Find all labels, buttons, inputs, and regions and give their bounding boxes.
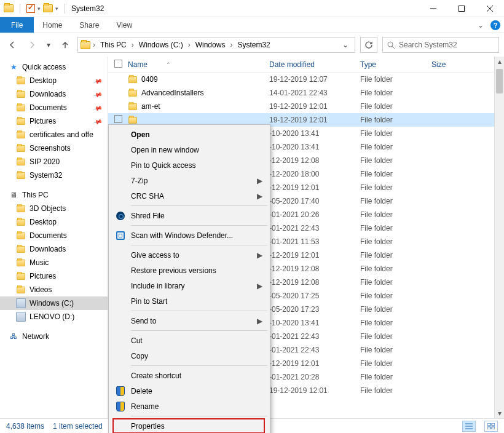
back-button[interactable] — [5, 38, 20, 52]
scroll-down-icon[interactable]: ▾ — [495, 408, 504, 418]
ribbon-expand-icon[interactable]: ⌄ — [474, 17, 487, 33]
file-date: -12-2019 12:08 — [269, 156, 360, 165]
sidebar-item[interactable]: certificates and offe — [0, 128, 108, 141]
ctx-7zip[interactable]: 7-Zip▶ — [110, 173, 269, 188]
breadcrumb[interactable]: This PC — [98, 41, 129, 49]
ctx-shred-file[interactable]: Shred File — [110, 208, 269, 223]
sidebar-item[interactable]: Pictures — [0, 269, 108, 283]
file-date: -12-2019 12:01 — [269, 183, 360, 192]
sidebar-item-label: 3D Objects — [30, 204, 66, 213]
sidebar-item-label: certificates and offe — [30, 130, 93, 139]
chevron-right-icon[interactable]: › — [92, 41, 96, 49]
ctx-include-library[interactable]: Include in library▶ — [110, 278, 269, 293]
sidebar-item[interactable]: Windows (C:) — [0, 296, 108, 310]
address-bar[interactable]: › This PC › Windows (C:) › Windows › Sys… — [77, 37, 355, 53]
qat-dropdown-icon[interactable]: ▾ — [37, 6, 41, 12]
sidebar-item[interactable]: Screenshots — [0, 141, 108, 155]
sidebar-item[interactable]: Documents📌 — [0, 101, 108, 114]
ctx-open-new-window[interactable]: Open in new window — [110, 142, 269, 157]
column-name[interactable]: Name⌃ — [128, 60, 269, 69]
up-button[interactable] — [58, 38, 73, 52]
ctx-pin-start[interactable]: Pin to Start — [110, 293, 269, 309]
recent-locations-button[interactable]: ▾ — [44, 38, 53, 52]
table-row[interactable]: AdvancedInstallers14-01-2021 22:43File f… — [108, 86, 504, 100]
close-button[interactable] — [476, 0, 504, 17]
nav-this-pc[interactable]: 🖥This PC — [0, 188, 108, 202]
breadcrumb[interactable]: Windows — [193, 41, 228, 49]
ctx-properties[interactable]: Properties — [110, 418, 269, 433]
sidebar-item[interactable]: Desktop — [0, 215, 108, 229]
sidebar-item[interactable]: Pictures📌 — [0, 114, 108, 128]
ctx-create-shortcut[interactable]: Create shortcut — [110, 368, 269, 383]
sidebar-item-label: Music — [30, 258, 49, 267]
breadcrumb[interactable]: Windows (C:) — [136, 41, 186, 49]
search-input[interactable]: Search System32 — [382, 37, 499, 53]
large-icons-view-button[interactable] — [484, 421, 498, 432]
ctx-pin-quick-access[interactable]: Pin to Quick access — [110, 157, 269, 173]
ctx-scan-defender[interactable]: Scan with Windows Defender... — [110, 228, 269, 243]
chevron-right-icon[interactable]: › — [229, 41, 234, 49]
sidebar-item[interactable]: 3D Objects — [0, 202, 108, 215]
file-type: File folder — [360, 156, 431, 165]
ctx-rename[interactable]: Rename — [110, 399, 269, 414]
table-row[interactable]: am-et19-12-2019 12:01File folder — [108, 100, 504, 113]
column-date[interactable]: Date modified — [269, 60, 360, 69]
file-type: File folder — [360, 305, 431, 314]
ctx-crc-sha[interactable]: CRC SHA▶ — [110, 188, 269, 204]
ctx-give-access[interactable]: Give access to▶ — [110, 247, 269, 263]
nav-network[interactable]: 🖧Network — [0, 330, 108, 343]
ctx-copy[interactable]: Copy — [110, 348, 269, 363]
sort-ascending-icon: ⌃ — [166, 62, 171, 68]
scroll-up-icon[interactable]: ▴ — [495, 57, 504, 66]
breadcrumb[interactable]: System32 — [235, 41, 272, 49]
minimize-button[interactable] — [419, 0, 447, 17]
file-type: File folder — [360, 251, 431, 260]
details-view-button[interactable] — [462, 421, 476, 432]
forward-button[interactable] — [25, 38, 39, 52]
file-type: File folder — [360, 170, 431, 178]
file-date: -01-2021 11:53 — [269, 237, 360, 246]
qat-dropdown-icon-2[interactable]: ▾ — [55, 6, 58, 12]
navigation-pane: ★Quick access Desktop📌Downloads📌Document… — [0, 57, 108, 418]
chevron-right-icon[interactable]: › — [187, 41, 192, 49]
sidebar-item[interactable]: Downloads — [0, 242, 108, 256]
network-icon: 🖧 — [9, 332, 18, 341]
sidebar-item-label: SIP 2020 — [30, 157, 60, 166]
nav-quick-access[interactable]: ★Quick access — [0, 60, 108, 74]
ctx-delete[interactable]: Delete — [110, 383, 269, 399]
sidebar-item[interactable]: Music — [0, 256, 108, 269]
help-button[interactable]: ? — [487, 17, 504, 33]
tab-file[interactable]: File — [0, 17, 34, 33]
maximize-button[interactable] — [447, 0, 476, 17]
sidebar-item[interactable]: SIP 2020 — [0, 155, 108, 169]
column-size[interactable]: Size — [431, 60, 504, 69]
column-type[interactable]: Type — [360, 60, 431, 69]
pin-icon: 📌 — [93, 103, 103, 113]
sidebar-item[interactable]: System32 — [0, 169, 108, 182]
sidebar-item[interactable]: Documents — [0, 229, 108, 242]
folder-icon — [17, 232, 25, 239]
scrollbar-thumb[interactable] — [496, 69, 503, 93]
tab-home[interactable]: Home — [34, 17, 71, 33]
chevron-right-icon[interactable]: › — [130, 41, 135, 49]
sidebar-item[interactable]: LENOVO (D:) — [0, 310, 108, 324]
ribbon-tabs: File Home Share View ⌄ ? — [0, 17, 504, 33]
sidebar-item[interactable]: Downloads📌 — [0, 87, 108, 101]
vertical-scrollbar[interactable]: ▴ ▾ — [494, 57, 504, 418]
table-row[interactable]: 040919-12-2019 12:07File folder — [108, 73, 504, 86]
qat-folder-icon[interactable] — [43, 4, 53, 12]
sidebar-item[interactable]: Desktop📌 — [0, 74, 108, 87]
ctx-restore-versions[interactable]: Restore previous versions — [110, 263, 269, 278]
address-dropdown-icon[interactable]: ⌄ — [339, 41, 352, 49]
qat-properties-icon[interactable] — [26, 4, 35, 13]
row-checkbox[interactable] — [114, 115, 122, 123]
tab-view[interactable]: View — [108, 17, 141, 33]
select-all-checkbox[interactable] — [114, 60, 122, 68]
ctx-send-to[interactable]: Send to▶ — [110, 313, 269, 328]
refresh-button[interactable] — [360, 37, 377, 53]
ctx-cut[interactable]: Cut — [110, 333, 269, 348]
file-date: 14-01-2021 22:43 — [269, 89, 360, 97]
tab-share[interactable]: Share — [71, 17, 108, 33]
sidebar-item[interactable]: Videos — [0, 283, 108, 296]
ctx-open[interactable]: Open — [110, 127, 269, 142]
